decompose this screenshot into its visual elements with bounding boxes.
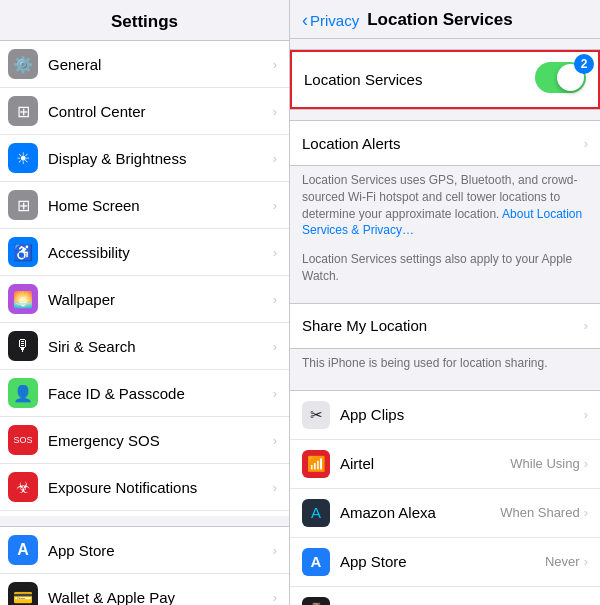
- appclips-icon: ✂: [302, 401, 330, 429]
- homescreen-chevron: ›: [273, 198, 277, 213]
- location-alerts-section: Location Alerts ›: [290, 120, 600, 166]
- wallpaper-label: Wallpaper: [48, 291, 273, 308]
- right-header: ‹ Privacy Location Services: [290, 0, 600, 39]
- app-row-alexa[interactable]: A Amazon Alexa When Shared ›: [290, 489, 600, 538]
- settings-title: Settings: [111, 12, 178, 31]
- siri-label: Siri & Search: [48, 338, 273, 355]
- wallet-icon: 💳: [8, 582, 38, 605]
- appstore-label: App Store: [340, 553, 545, 570]
- share-location-row[interactable]: Share My Location ›: [290, 304, 600, 348]
- app-row-awfaces[interactable]: ⌚ Apple Watch Faces While Using ›: [290, 587, 600, 605]
- location-description: Location Services uses GPS, Bluetooth, a…: [290, 166, 600, 247]
- badge-2: 2: [574, 54, 594, 74]
- faceid-label: Face ID & Passcode: [48, 385, 273, 402]
- share-location-chevron: ›: [584, 318, 588, 333]
- sos-chevron: ›: [273, 433, 277, 448]
- appclips-chevron: ›: [584, 407, 588, 422]
- exposure-icon: ☣: [8, 472, 38, 502]
- settings-item-battery[interactable]: 🔋 Battery ›: [0, 511, 289, 516]
- app-row-appclips[interactable]: ✂ App Clips ›: [290, 391, 600, 440]
- right-content: Location Services 2 Location Alerts › Lo…: [290, 39, 600, 605]
- appstore-label: App Store: [48, 542, 273, 559]
- app-row-appstore[interactable]: A App Store Never ›: [290, 538, 600, 587]
- general-icon: ⚙️: [8, 49, 38, 79]
- airtel-chevron: ›: [584, 456, 588, 471]
- settings-list-secondary: A App Store › 💳 Wallet & Apple Pay ›: [0, 526, 289, 605]
- faceid-chevron: ›: [273, 386, 277, 401]
- airtel-value: While Using: [510, 456, 579, 471]
- toggle-container: 2: [535, 62, 586, 97]
- sos-label: Emergency SOS: [48, 432, 273, 449]
- accessibility-icon: ♿: [8, 237, 38, 267]
- settings-item-display[interactable]: ☀ Display & Brightness ›: [0, 135, 289, 182]
- location-services-label: Location Services: [304, 71, 535, 88]
- awfaces-icon: ⌚: [302, 597, 330, 605]
- back-label: Privacy: [310, 12, 359, 29]
- alexa-chevron: ›: [584, 505, 588, 520]
- settings-item-wallpaper[interactable]: 🌅 Wallpaper ›: [0, 276, 289, 323]
- settings-item-faceid[interactable]: 👤 Face ID & Passcode ›: [0, 370, 289, 417]
- share-location-desc: This iPhone is being used for location s…: [290, 349, 600, 380]
- display-chevron: ›: [273, 151, 277, 166]
- settings-item-siri[interactable]: 🎙 Siri & Search ›: [0, 323, 289, 370]
- accessibility-label: Accessibility: [48, 244, 273, 261]
- homescreen-label: Home Screen: [48, 197, 273, 214]
- appstore-icon: A: [302, 548, 330, 576]
- appclips-label: App Clips: [340, 406, 580, 423]
- control-label: Control Center: [48, 103, 273, 120]
- exposure-label: Exposure Notifications: [48, 479, 273, 496]
- apps-list: ✂ App Clips › 📶 Airtel While Using › A A…: [290, 390, 600, 605]
- right-title: Location Services: [367, 10, 513, 30]
- right-panel: ‹ Privacy Location Services Location Ser…: [290, 0, 600, 605]
- wallet-chevron: ›: [273, 590, 277, 605]
- siri-chevron: ›: [273, 339, 277, 354]
- settings-item-control[interactable]: ⊞ Control Center ›: [0, 88, 289, 135]
- appstore-value: Never: [545, 554, 580, 569]
- airtel-icon: 📶: [302, 450, 330, 478]
- left-header: Settings: [0, 0, 289, 41]
- location-alerts-label: Location Alerts: [302, 135, 584, 152]
- alexa-label: Amazon Alexa: [340, 504, 500, 521]
- share-location-section: Share My Location ›: [290, 303, 600, 349]
- control-icon: ⊞: [8, 96, 38, 126]
- left-panel: Settings ⚙️ General › ⊞ Control Center ›…: [0, 0, 290, 605]
- wallpaper-icon: 🌅: [8, 284, 38, 314]
- location-alerts-row[interactable]: Location Alerts ›: [290, 121, 600, 165]
- appstore-icon: A: [8, 535, 38, 565]
- settings-item-homescreen[interactable]: ⊞ Home Screen ›: [0, 182, 289, 229]
- app-row-airtel[interactable]: 📶 Airtel While Using ›: [290, 440, 600, 489]
- settings-list-main: ⚙️ General › ⊞ Control Center › ☀ Displa…: [0, 41, 289, 516]
- appstore-chevron: ›: [584, 554, 588, 569]
- accessibility-chevron: ›: [273, 245, 277, 260]
- location-services-section: Location Services 2: [290, 49, 600, 110]
- display-label: Display & Brightness: [48, 150, 273, 167]
- settings-item-appstore[interactable]: A App Store ›: [0, 527, 289, 574]
- settings-item-exposure[interactable]: ☣ Exposure Notifications ›: [0, 464, 289, 511]
- alexa-icon: A: [302, 499, 330, 527]
- general-chevron: ›: [273, 57, 277, 72]
- airtel-label: Airtel: [340, 455, 510, 472]
- back-chevron-icon: ‹: [302, 11, 308, 29]
- wallpaper-chevron: ›: [273, 292, 277, 307]
- wallet-label: Wallet & Apple Pay: [48, 589, 273, 605]
- faceid-icon: 👤: [8, 378, 38, 408]
- location-description-2: Location Services settings also apply to…: [290, 247, 600, 293]
- location-services-row[interactable]: Location Services 2: [290, 50, 600, 109]
- alexa-value: When Shared: [500, 505, 580, 520]
- share-location-label: Share My Location: [302, 317, 584, 334]
- display-icon: ☀: [8, 143, 38, 173]
- settings-item-accessibility[interactable]: ♿ Accessibility ›: [0, 229, 289, 276]
- homescreen-icon: ⊞: [8, 190, 38, 220]
- general-label: General: [48, 56, 273, 73]
- back-button[interactable]: ‹ Privacy: [302, 11, 359, 29]
- appstore-chevron: ›: [273, 543, 277, 558]
- location-alerts-chevron: ›: [584, 136, 588, 151]
- settings-item-wallet[interactable]: 💳 Wallet & Apple Pay ›: [0, 574, 289, 605]
- control-chevron: ›: [273, 104, 277, 119]
- siri-icon: 🎙: [8, 331, 38, 361]
- exposure-chevron: ›: [273, 480, 277, 495]
- sos-icon: SOS: [8, 425, 38, 455]
- settings-item-general[interactable]: ⚙️ General ›: [0, 41, 289, 88]
- settings-item-sos[interactable]: SOS Emergency SOS ›: [0, 417, 289, 464]
